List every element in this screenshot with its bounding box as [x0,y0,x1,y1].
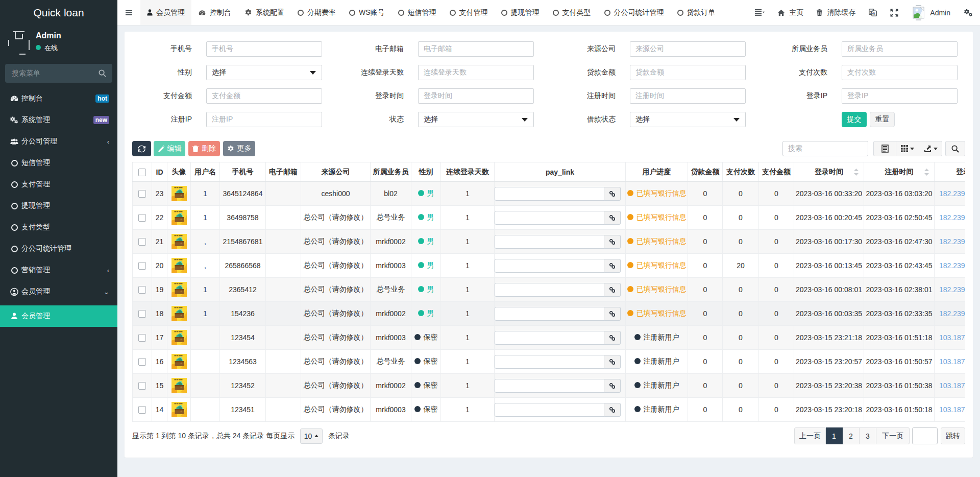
svg-text:文: 文 [869,10,873,14]
svg-text:A: A [873,11,876,16]
